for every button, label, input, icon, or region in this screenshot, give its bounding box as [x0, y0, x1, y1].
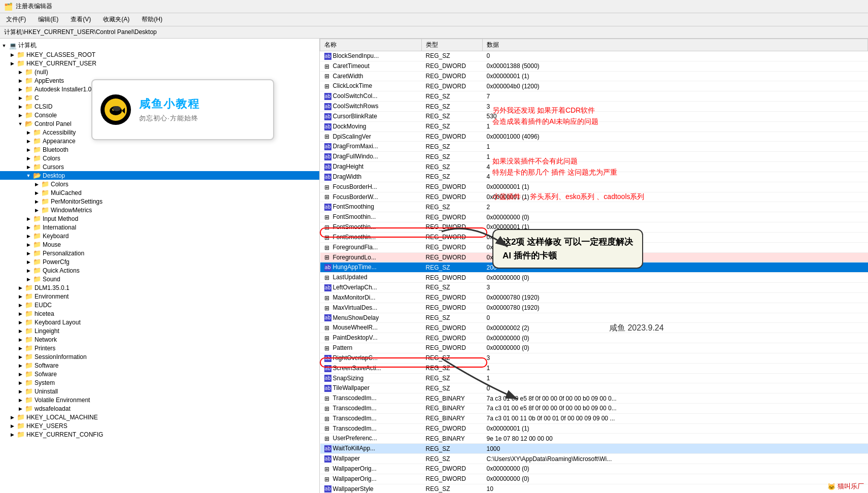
table-row[interactable]: ⊞MaxMonitorDi...REG_DWORD0x00000780 (192…	[320, 292, 868, 303]
table-row[interactable]: abWallpaperStyleREG_SZ10	[320, 484, 868, 493]
table-row[interactable]: ⊞WallpaperOrig...REG_DWORD0x00000000 (0)	[320, 464, 868, 474]
ab-icon: ab	[324, 103, 331, 110]
cell-name: ⊞TranscodedIm...	[320, 393, 422, 404]
tree-item[interactable]: ▶📁Personalization	[0, 249, 319, 257]
tree-item[interactable]: ▶📁Keyboard	[0, 232, 319, 240]
table-row[interactable]: ⊞TranscodedIm...REG_BINARY7a c3 01 00 e5…	[320, 393, 868, 404]
table-row[interactable]: abScreenSaveActi...REG_SZ1	[320, 363, 868, 373]
table-row[interactable]: ⊞PatternREG_DWORD0x00000000 (0)	[320, 343, 868, 353]
tree-item[interactable]: ▶📁Sound	[0, 275, 319, 283]
menu-favorites[interactable]: 收藏夹(A)	[101, 14, 131, 25]
table-row[interactable]: ⊞ForegroundFla...REG_DWORD0x00000007 (7)	[320, 242, 868, 252]
folder-icon: 📂	[32, 172, 42, 179]
tree-item[interactable]: ▶📁HKEY_CLASSES_ROOT	[0, 50, 319, 59]
address-path: 计算机\HKEY_CURRENT_USER\Control Panel\Desk…	[4, 28, 157, 36]
table-row[interactable]: abRightOverlapC...REG_SZ3	[320, 353, 868, 363]
table-row[interactable]: abCoolSwitchRowsREG_SZ3	[320, 102, 868, 112]
table-row[interactable]: abDragFromMaxi...REG_SZ1	[320, 142, 868, 152]
tree-item[interactable]: ▶📁Quick Actions	[0, 266, 319, 275]
table-row[interactable]: abWaitToKillApp...REG_SZ1000	[320, 444, 868, 454]
tree-item[interactable]: ▶📁Colors	[0, 154, 319, 162]
table-row[interactable]: abCursorBlinkRateREG_SZ530	[320, 111, 868, 121]
cell-type: REG_DWORD	[422, 252, 483, 262]
table-row[interactable]: ⊞TranscodedIm...REG_BINARY7a c3 01 00 11…	[320, 413, 868, 423]
tree-item[interactable]: ▶📁MuiCached	[0, 188, 319, 197]
folder-icon: 📁	[24, 344, 34, 352]
table-row[interactable]: abWallpaperREG_SZC:\Users\XY\AppData\Roa…	[320, 454, 868, 464]
table-row[interactable]: abDockMovingREG_SZ1	[320, 121, 868, 132]
tree-item[interactable]: ▶📁Uninstall	[0, 387, 319, 396]
tree-item[interactable]: ▶📁SessionInformation	[0, 352, 319, 361]
tree-item[interactable]: ▼📂Desktop	[0, 171, 319, 180]
menu-edit[interactable]: 编辑(E)	[36, 14, 60, 25]
tree-item[interactable]: ▶📁HKEY_USERS	[0, 421, 319, 430]
table-row[interactable]: ⊞TranscodedIm...REG_BINARY7a c3 01 00 e5…	[320, 403, 868, 413]
tree-item[interactable]: ▶📁HKEY_CURRENT_USER	[0, 59, 319, 68]
tree-item[interactable]: ▶📁Volatile Environment	[0, 396, 319, 404]
tree-item[interactable]: ▶📁DLM1.35.0.1	[0, 283, 319, 292]
table-row[interactable]: abBlockSendInpu...REG_SZ0	[320, 51, 868, 61]
menu-file[interactable]: 文件(F)	[4, 14, 28, 25]
table-row[interactable]: ⊞ClickLockTimeREG_DWORD0x000004b0 (1200)	[320, 81, 868, 91]
fish-logo-inner	[105, 98, 127, 121]
table-row[interactable]: abHungAppTime...REG_SZ200	[320, 262, 868, 273]
tree-item[interactable]: ▶📁Printers	[0, 344, 319, 352]
table-row[interactable]: ⊞LastUpdatedREG_DWORD0x00000000 (0)	[320, 273, 868, 283]
table-row[interactable]: ⊞FontSmoothin...REG_DWORD0x00000002 (2)	[320, 232, 868, 242]
tree-item[interactable]: ▶📁Sofware	[0, 370, 319, 378]
table-row[interactable]: ⊞CaretWidthREG_DWORD0x00000001 (1)	[320, 71, 868, 81]
table-row[interactable]: ⊞MaxVirtualDes...REG_DWORD0x00000780 (19…	[320, 303, 868, 313]
table-row[interactable]: ⊞FontSmoothin...REG_DWORD0x00000001 (1)	[320, 222, 868, 233]
table-row[interactable]: ⊞UserPreferenc...REG_BINARY9e 1e 07 80 1…	[320, 434, 868, 444]
tree-item[interactable]: ▶📁Software	[0, 361, 319, 370]
table-row[interactable]: ⊞CaretTimeoutREG_DWORD0x00001388 (5000)	[320, 61, 868, 71]
title-bar: 🗂️ 注册表编辑器	[0, 0, 868, 13]
table-row[interactable]: abTileWallpaperREG_SZ0	[320, 383, 868, 393]
table-row[interactable]: abMenuShowDelayREG_SZ0	[320, 313, 868, 323]
tree-item[interactable]: ▶📁HKEY_CURRENT_CONFIG	[0, 430, 319, 439]
table-row[interactable]: ⊞WallpaperOrig...REG_DWORD0x00000000 (0)	[320, 474, 868, 484]
table-row[interactable]: abSnapSizingREG_SZ1	[320, 373, 868, 383]
tree-item[interactable]: ▶📁Keyboard Layout	[0, 318, 319, 326]
tree-item[interactable]: ▶📁EUDC	[0, 301, 319, 309]
table-row[interactable]: ⊞DpiScalingVerREG_DWORD0x00001000 (4096)	[320, 132, 868, 142]
table-row[interactable]: ⊞FocusBorderH...REG_DWORD0x00000001 (1)	[320, 182, 868, 192]
tree-item[interactable]: ▶📁Lingeight	[0, 326, 319, 335]
menu-help[interactable]: 帮助(H)	[140, 14, 164, 25]
tree-item[interactable]: ▶📁wdsafeloadat	[0, 404, 319, 413]
tree-item[interactable]: ▶📁Bluetooth	[0, 145, 319, 154]
cell-data: 3	[483, 353, 868, 363]
tree-item[interactable]: ▶📁International	[0, 223, 319, 232]
tree-item-label: Printers	[35, 345, 55, 352]
table-row[interactable]: ⊞MouseWheelR...REG_DWORD0x00000002 (2)	[320, 323, 868, 333]
table-row[interactable]: abDragHeightREG_SZ4	[320, 162, 868, 172]
tree-item[interactable]: ▶📁Network	[0, 335, 319, 344]
cell-data: 0x00000002 (2)	[483, 232, 868, 242]
overlay-card: 咸鱼小教程 勿忘初心·方能始终	[91, 79, 274, 140]
menu-view[interactable]: 查看(V)	[69, 14, 93, 25]
table-row[interactable]: ⊞TranscodedIm...REG_DWORD0x00000001 (1)	[320, 423, 868, 434]
table-row[interactable]: abDragFullWindo...REG_SZ1	[320, 152, 868, 162]
table-row[interactable]: ⊞FocusBorderW...REG_DWORD0x00000001 (1)	[320, 192, 868, 202]
table-row[interactable]: abCoolSwitchCol...REG_SZ7	[320, 91, 868, 102]
table-row[interactable]: abFontSmoothingREG_SZ2	[320, 202, 868, 212]
tree-item[interactable]: ▶📁System	[0, 378, 319, 387]
tree-item[interactable]: ▶📁HKEY_LOCAL_MACHINE	[0, 413, 319, 421]
tree-item[interactable]: ▶📁PowerCfg	[0, 257, 319, 266]
tree-item[interactable]: ▶📁hicetea	[0, 309, 319, 318]
table-row[interactable]: ⊞FontSmoothin...REG_DWORD0x00000000 (0)	[320, 212, 868, 222]
tree-item[interactable]: ▶📁PerMonitorSettings	[0, 197, 319, 206]
tree-item[interactable]: ▶📁(null)	[0, 68, 319, 76]
table-row[interactable]: ⊞ForegroundLo...REG_DWORD0x00000000 (0)	[320, 252, 868, 262]
table-row[interactable]: abLeftOverlapCh...REG_SZ3	[320, 283, 868, 293]
cell-name: ⊞FontSmoothin...	[320, 232, 422, 242]
tree-item[interactable]: ▶📁Cursors	[0, 162, 319, 171]
tree-item[interactable]: ▶📁Colors	[0, 180, 319, 188]
table-row[interactable]: ⊞PaintDesktopV...REG_DWORD0x00000000 (0)	[320, 333, 868, 343]
tree-item[interactable]: ▼💻计算机	[0, 41, 319, 50]
tree-item[interactable]: ▶📁Mouse	[0, 240, 319, 249]
tree-item[interactable]: ▶📁Input Method	[0, 214, 319, 223]
tree-item[interactable]: ▶📁Environment	[0, 292, 319, 301]
table-row[interactable]: abDragWidthREG_SZ4	[320, 172, 868, 182]
tree-item[interactable]: ▶📁WindowMetrics	[0, 206, 319, 214]
